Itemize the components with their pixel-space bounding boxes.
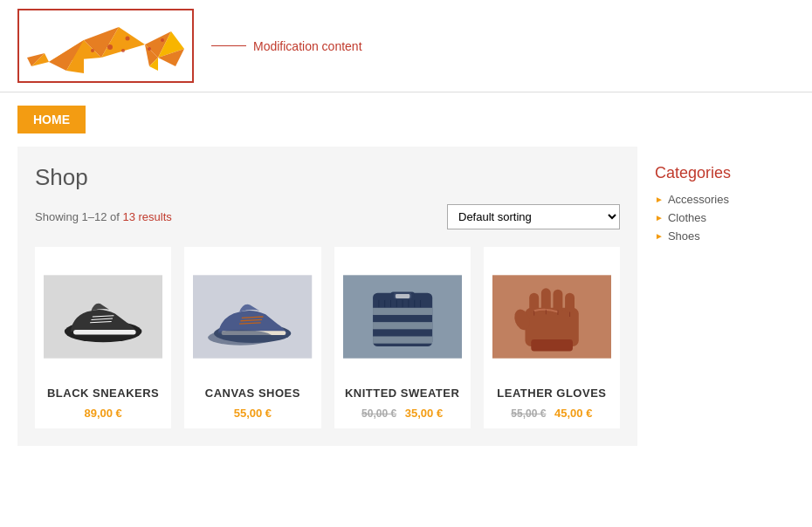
chevron-right-icon: ► xyxy=(655,195,664,204)
shop-toolbar: Showing 1–12 of 13 results Default sorti… xyxy=(35,204,620,229)
results-count: 13 results xyxy=(122,210,171,223)
category-label-shoes: Shoes xyxy=(668,229,700,243)
product-grid: BLACK SNEAKERS 89,00 € xyxy=(35,247,620,428)
sidebar: Categories ► Accessories ► Clothes ► Sho… xyxy=(655,147,795,446)
svg-point-14 xyxy=(91,49,94,52)
svg-point-17 xyxy=(121,49,125,52)
product-card[interactable]: LEATHER GLOVES 55,00 € 45,00 € xyxy=(484,247,620,428)
product-image xyxy=(193,256,312,378)
svg-rect-34 xyxy=(373,322,432,329)
category-item-shoes[interactable]: ► Shoes xyxy=(655,229,795,243)
page-header: Modification content xyxy=(0,0,812,92)
product-card[interactable]: CANVAS SHOES 55,00 € xyxy=(184,247,320,428)
product-name: KNITTED SWEATER xyxy=(343,387,462,400)
sort-select[interactable]: Default sorting Sort by price: low to hi… xyxy=(447,204,620,229)
chevron-right-icon: ► xyxy=(655,213,664,222)
product-card[interactable]: KNITTED SWEATER 50,00 € 35,00 € xyxy=(334,247,471,428)
product-price-old: 50,00 € xyxy=(361,407,396,420)
product-card[interactable]: BLACK SNEAKERS 89,00 € xyxy=(35,247,171,428)
product-price-new: 35,00 € xyxy=(405,407,443,420)
product-image xyxy=(492,256,611,378)
product-price: 55,00 € 45,00 € xyxy=(492,407,611,420)
category-label-clothes: Clothes xyxy=(668,211,706,224)
results-text: Showing 1–12 of 13 results xyxy=(35,210,172,223)
chevron-right-icon: ► xyxy=(655,231,664,241)
product-price: 89,00 € xyxy=(44,407,162,420)
category-item-clothes[interactable]: ► Clothes xyxy=(655,211,795,224)
product-name: LEATHER GLOVES xyxy=(492,387,611,400)
category-item-accessories[interactable]: ► Accessories xyxy=(655,193,795,206)
product-price-new: 45,00 € xyxy=(554,407,592,420)
svg-rect-35 xyxy=(373,336,432,343)
svg-rect-51 xyxy=(553,290,562,313)
svg-rect-20 xyxy=(73,330,136,334)
main-layout: Shop Showing 1–12 of 13 results Default … xyxy=(0,147,812,463)
svg-rect-33 xyxy=(373,308,432,315)
product-name: CANVAS SHOES xyxy=(193,387,312,400)
modification-label: Modification content xyxy=(211,39,362,53)
product-image xyxy=(44,256,162,378)
nav-bar: HOME xyxy=(0,92,812,147)
product-name: BLACK SNEAKERS xyxy=(44,387,162,400)
svg-rect-52 xyxy=(565,293,575,313)
svg-point-15 xyxy=(148,47,151,51)
shop-title: Shop xyxy=(35,164,620,191)
svg-point-13 xyxy=(126,37,130,41)
home-button[interactable]: HOME xyxy=(17,106,86,133)
shop-area: Shop Showing 1–12 of 13 results Default … xyxy=(17,147,637,446)
category-label-accessories: Accessories xyxy=(668,193,729,206)
product-price: 50,00 € 35,00 € xyxy=(343,407,462,420)
svg-rect-54 xyxy=(531,339,573,352)
product-image xyxy=(343,256,462,378)
logo-box xyxy=(17,9,194,83)
product-price-old: 55,00 € xyxy=(511,407,546,420)
categories-title: Categories xyxy=(655,164,795,182)
svg-rect-46 xyxy=(395,294,409,298)
svg-point-12 xyxy=(107,44,113,50)
svg-point-30 xyxy=(208,330,273,346)
logo-icon xyxy=(23,14,189,75)
svg-point-16 xyxy=(161,38,164,42)
product-price: 55,00 € xyxy=(193,407,312,420)
